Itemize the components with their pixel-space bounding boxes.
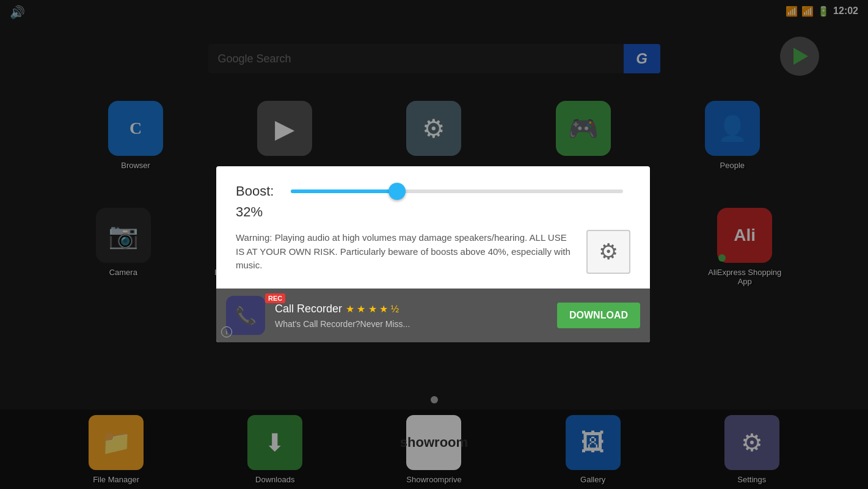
ad-stars: ★ ★ ★ ★ ½ (346, 303, 399, 315)
boost-settings-button[interactable]: ⚙ (586, 230, 630, 274)
boost-modal: Boost: 32% Warning: Playing audio at hig… (216, 166, 650, 342)
call-recorder-phone-icon: 📞 (235, 306, 257, 326)
slider-thumb[interactable] (388, 183, 406, 200)
rec-badge: REC (265, 293, 285, 303)
ad-app-icon: 📞 (226, 296, 265, 335)
ad-banner: 📞 REC Call Recorder ★ ★ ★ ★ ½ What's Cal… (216, 289, 650, 342)
ad-info: Call Recorder ★ ★ ★ ★ ½ What's Call Reco… (275, 303, 547, 329)
ad-app-name: Call Recorder (275, 303, 342, 315)
boost-warning-text: Warning: Playing audio at high volumes m… (236, 231, 579, 273)
boost-label: Boost: (236, 183, 274, 199)
boost-slider[interactable] (291, 189, 623, 193)
slider-fill (291, 189, 397, 193)
boost-settings-icon: ⚙ (599, 239, 618, 265)
ad-description: What's Call Recorder?Never Miss... (275, 319, 547, 329)
ad-title: Call Recorder ★ ★ ★ ★ ½ (275, 303, 547, 315)
ad-info-icon[interactable]: i (221, 326, 232, 337)
ad-download-button[interactable]: DOWNLOAD (557, 303, 640, 328)
boost-percent: 32% (236, 204, 263, 219)
